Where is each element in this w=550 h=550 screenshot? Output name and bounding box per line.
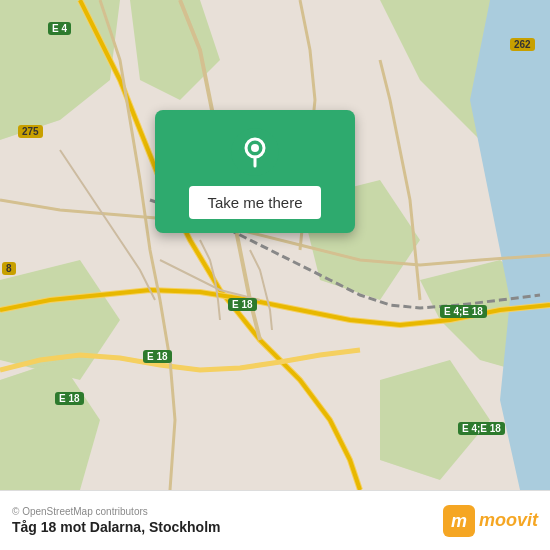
road-badge-262: 262 bbox=[510, 38, 535, 51]
map-container: E 4 275 E 18 E 18 E 18 8 E 4;E 18 E 4;E … bbox=[0, 0, 550, 490]
location-title: Tåg 18 mot Dalarna, Stockholm bbox=[12, 519, 221, 535]
road-badge-275: 275 bbox=[18, 125, 43, 138]
map-card: Take me there bbox=[155, 110, 355, 233]
road-badge-e4: E 4 bbox=[48, 22, 71, 35]
moovit-icon: m bbox=[443, 505, 475, 537]
svg-point-12 bbox=[251, 144, 259, 152]
svg-text:m: m bbox=[451, 511, 467, 531]
road-badge-e4e18-bottom-right: E 4;E 18 bbox=[458, 422, 505, 435]
bottom-bar: © OpenStreetMap contributors Tåg 18 mot … bbox=[0, 490, 550, 550]
moovit-text: moovit bbox=[479, 510, 538, 531]
take-me-there-button[interactable]: Take me there bbox=[189, 186, 320, 219]
location-pin-icon bbox=[231, 128, 279, 176]
road-badge-8: 8 bbox=[2, 262, 16, 275]
road-badge-e4e18-right: E 4;E 18 bbox=[440, 305, 487, 318]
moovit-logo: m moovit bbox=[443, 505, 538, 537]
road-badge-e18-center: E 18 bbox=[228, 298, 257, 311]
copyright-text: © OpenStreetMap contributors bbox=[12, 506, 221, 517]
bottom-info: © OpenStreetMap contributors Tåg 18 mot … bbox=[12, 506, 221, 535]
road-badge-e18-lower-left: E 18 bbox=[143, 350, 172, 363]
road-badge-e18-far-left: E 18 bbox=[55, 392, 84, 405]
